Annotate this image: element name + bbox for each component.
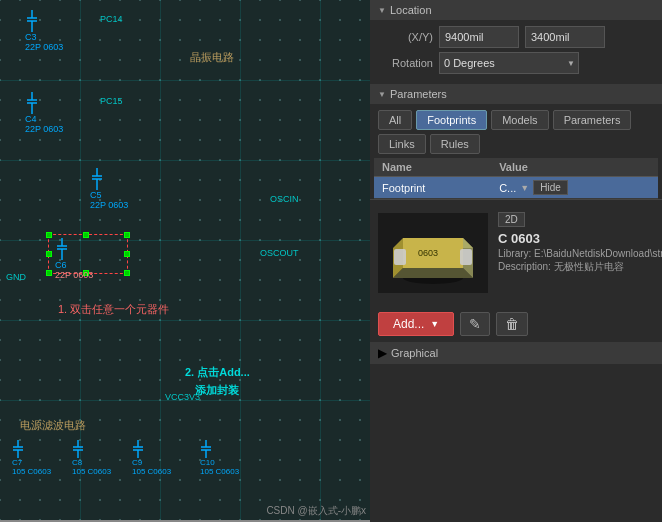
xy-label: (X/Y) (378, 31, 433, 43)
properties-panel: ▼ Location (X/Y) Rotation 0 Degrees ▼ Pa… (370, 0, 662, 522)
component-c9[interactable]: C9 105 C0603 (132, 440, 171, 476)
annotation-2: 2. 点击Add... (185, 365, 250, 380)
edit-icon: ✎ (469, 316, 481, 332)
params-table: Name Value Footprint C... ▼ Hide (374, 158, 658, 199)
rotation-select[interactable]: 0 Degrees (439, 52, 579, 74)
rotation-select-wrapper: 0 Degrees (439, 52, 579, 74)
fp-name: C 0603 (498, 231, 540, 246)
component-c8[interactable]: C8 105 C0603 (72, 440, 111, 476)
footprint-preview: 0603 2D C 0603 Library: E:\BaiduNetdiskD… (370, 199, 662, 306)
fp-description: Description: 无极性贴片电容 (498, 260, 624, 274)
rotation-row: Rotation 0 Degrees (378, 52, 654, 74)
delete-icon: 🗑 (505, 316, 519, 332)
badge-2d: 2D (498, 212, 525, 227)
add-dropdown-icon: ▼ (430, 319, 439, 329)
component-c5[interactable]: C5 22P 0603 (90, 168, 128, 210)
location-label: Location (390, 4, 432, 16)
annotation-3: 添加封装 (195, 383, 239, 398)
watermark: CSDN @嵌入式-小鹏x (266, 504, 366, 518)
row-name-cell: Footprint (374, 177, 491, 199)
action-row: Add... ▼ ✎ 🗑 (370, 306, 662, 342)
graphical-triangle-icon: ▶ (378, 346, 387, 360)
graphical-section[interactable]: ▶ Graphical (370, 342, 662, 364)
location-section-header[interactable]: ▼ Location (370, 0, 662, 20)
col-value: Value (491, 158, 658, 177)
area-label-crystal: 晶振电路 (190, 50, 234, 65)
net-label-pc14: PC14 (100, 14, 123, 24)
tab-models[interactable]: Models (491, 110, 548, 130)
footprint-3d-image: 0603 (378, 208, 488, 298)
component-c7[interactable]: C7 105 C0603 (12, 440, 51, 476)
location-content: (X/Y) Rotation 0 Degrees (370, 20, 662, 84)
tab-parameters[interactable]: Parameters (553, 110, 632, 130)
component-c3[interactable]: C3 22P 0603 (25, 10, 63, 52)
xy-row: (X/Y) (378, 26, 654, 48)
tab-links[interactable]: Links (378, 134, 426, 154)
tab-all[interactable]: All (378, 110, 412, 130)
net-label-pc15: PC15 (100, 96, 123, 106)
svg-rect-40 (394, 249, 406, 265)
area-label-power: 电源滤波电路 (20, 418, 86, 433)
x-input[interactable] (439, 26, 519, 48)
component-c4[interactable]: C4 22P 0603 (25, 92, 63, 134)
edit-button[interactable]: ✎ (460, 312, 490, 336)
net-label-oscin: OSCIN (270, 194, 299, 204)
rotation-label: Rotation (378, 57, 433, 69)
tab-footprints[interactable]: Footprints (416, 110, 487, 130)
svg-rect-41 (460, 249, 472, 265)
hide-button[interactable]: Hide (533, 180, 568, 195)
col-name: Name (374, 158, 491, 177)
component-c6[interactable]: C6 22P 0603 (55, 238, 93, 280)
svg-text:0603: 0603 (418, 248, 438, 258)
row-value-text: C... (499, 182, 516, 194)
row-value-cell: C... ▼ Hide (491, 177, 658, 199)
parameters-label: Parameters (390, 88, 447, 100)
table-row[interactable]: Footprint C... ▼ Hide (374, 177, 658, 199)
params-table-container: Name Value Footprint C... ▼ Hide (370, 158, 662, 199)
component-c10[interactable]: C10 105 C0603 (200, 440, 239, 476)
parameters-section-header[interactable]: ▼ Parameters (370, 84, 662, 104)
svg-marker-34 (393, 268, 473, 278)
y-input[interactable] (525, 26, 605, 48)
delete-button[interactable]: 🗑 (496, 312, 528, 336)
tab-rules[interactable]: Rules (430, 134, 480, 154)
location-triangle-icon: ▼ (378, 6, 386, 15)
graphical-label: Graphical (391, 347, 438, 359)
add-button-label: Add... (393, 317, 424, 331)
annotation-1: 1. 双击任意一个元器件 (58, 302, 169, 317)
fp-info: 2D C 0603 Library: E:\BaiduNetdiskDownlo… (498, 208, 662, 274)
net-label-gnd: GND (6, 272, 26, 282)
dropdown-arrow-icon: ▼ (520, 183, 529, 193)
parameters-tab-row: All Footprints Models Parameters Links R… (370, 104, 662, 158)
net-label-oscout: OSCOUT (260, 248, 299, 258)
fp-library: Library: E:\BaiduNetdiskDownload\stm... (498, 248, 662, 259)
schematic-canvas[interactable]: C3 22P 0603 PC14 C4 22P 0603 PC15 晶振电路 C… (0, 0, 370, 522)
parameters-triangle-icon: ▼ (378, 90, 386, 99)
add-button[interactable]: Add... ▼ (378, 312, 454, 336)
